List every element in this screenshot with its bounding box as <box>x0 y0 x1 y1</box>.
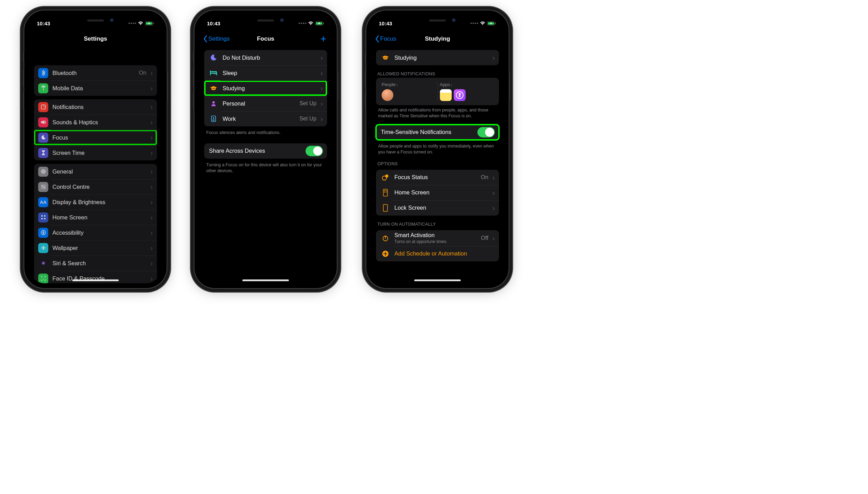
battery-icon <box>487 21 496 26</box>
svg-point-37 <box>459 93 461 95</box>
row-siri-search[interactable]: Siri & Search › <box>34 256 157 271</box>
accessibility-icon <box>38 228 48 238</box>
badge-icon <box>208 114 218 124</box>
row-wallpaper[interactable]: Wallpaper › <box>34 240 157 256</box>
page-title: Focus <box>257 35 274 42</box>
row-label: Personal <box>223 100 295 107</box>
chevron-right-icon: › <box>150 275 153 282</box>
row-focus[interactable]: Focus › <box>34 130 157 145</box>
allowed-apps[interactable]: Apps› <box>437 81 496 102</box>
chevron-right-icon: › <box>320 115 323 122</box>
chevron-right-icon: › <box>320 69 323 76</box>
back-button[interactable]: Settings <box>203 31 229 47</box>
row-studying-config[interactable]: Studying › <box>376 50 499 65</box>
row-sleep[interactable]: Sleep › <box>204 65 327 81</box>
graduation-cap-icon <box>380 53 390 63</box>
allowed-header: ALLOWED NOTIFICATIONS <box>377 72 498 76</box>
row-screen-time[interactable]: Screen Time › <box>34 145 157 160</box>
row-bluetooth[interactable]: Bluetooth On › <box>34 65 157 81</box>
svg-point-23 <box>42 278 43 278</box>
focus-status-icon <box>380 172 390 182</box>
nav-bar: Settings <box>29 31 162 47</box>
row-lock-screen-option[interactable]: Lock Screen › <box>376 200 499 216</box>
row-label: Time-Sensitive Notifications <box>381 129 473 135</box>
svg-point-30 <box>213 117 214 119</box>
svg-rect-13 <box>41 218 43 219</box>
nav-bar: Focus Studying <box>371 31 504 47</box>
add-button[interactable]: + <box>320 31 326 47</box>
graduation-cap-icon <box>208 83 218 93</box>
row-control-centre[interactable]: Control Centre › <box>34 179 157 194</box>
row-label: Siri & Search <box>52 260 146 267</box>
row-do-not-disturb[interactable]: Do Not Disturb › <box>204 50 327 65</box>
row-work[interactable]: Work Set Up › <box>204 111 327 126</box>
row-home-screen-option[interactable]: Home Screen › <box>376 185 499 200</box>
row-personal[interactable]: Personal Set Up › <box>204 96 327 111</box>
status-time: 10:43 <box>37 20 50 26</box>
chevron-right-icon: › <box>150 229 153 236</box>
svg-point-6 <box>43 171 44 172</box>
row-home-screen[interactable]: Home Screen › <box>34 210 157 225</box>
row-label: Focus <box>52 134 146 141</box>
svg-rect-34 <box>495 23 496 24</box>
home-indicator[interactable] <box>72 279 119 281</box>
svg-rect-45 <box>383 204 387 211</box>
time-sensitive-footer: Allow people and apps to notify you imme… <box>378 143 497 155</box>
battery-icon <box>145 21 154 26</box>
row-smart-activation[interactable]: Smart Activation Turns on at opportune t… <box>376 230 499 246</box>
auto-header: TURN ON AUTOMATICALLY <box>377 222 498 227</box>
notch <box>62 15 128 26</box>
row-mobile-data[interactable]: Mobile Data › <box>34 81 157 96</box>
svg-rect-40 <box>383 189 387 196</box>
row-detail: Off <box>481 235 488 241</box>
svg-rect-43 <box>384 192 385 193</box>
row-focus-status[interactable]: Focus Status On › <box>376 170 499 185</box>
row-accessibility[interactable]: Accessibility › <box>34 225 157 240</box>
back-label: Focus <box>380 35 396 42</box>
share-toggle[interactable] <box>306 146 323 156</box>
row-faceid-passcode[interactable]: Face ID & Passcode › <box>34 271 157 283</box>
textsize-icon: AA <box>38 197 48 207</box>
row-detail: Set Up <box>299 116 316 122</box>
row-studying[interactable]: Studying › <box>204 81 327 96</box>
home-indicator[interactable] <box>414 279 461 281</box>
row-share-across-devices[interactable]: Share Across Devices <box>204 143 327 159</box>
settings-group-notifications: Notifications › Sounds & Haptics › Focus… <box>34 99 157 160</box>
moon-icon <box>208 53 218 63</box>
chevron-right-icon: › <box>320 100 323 107</box>
svg-point-28 <box>212 101 215 104</box>
row-label: Lock Screen <box>394 204 488 211</box>
allowed-people[interactable]: People› <box>379 81 437 102</box>
svg-rect-41 <box>384 190 385 191</box>
bell-icon <box>38 102 48 112</box>
person-icon <box>208 99 218 109</box>
row-label: Studying <box>394 55 488 61</box>
svg-rect-42 <box>386 190 387 191</box>
row-label: Smart Activation <box>394 232 477 238</box>
home-indicator[interactable] <box>242 279 289 281</box>
row-add-schedule[interactable]: Add Schedule or Automation <box>376 246 499 261</box>
options-group: Focus Status On › Home Screen › Lock Scr… <box>376 170 499 216</box>
row-sounds-haptics[interactable]: Sounds & Haptics › <box>34 115 157 130</box>
podcasts-app-icon <box>454 89 466 101</box>
svg-point-24 <box>44 278 44 278</box>
cellular-icon <box>470 23 478 24</box>
nav-bar: Settings Focus + <box>199 31 332 47</box>
row-display-brightness[interactable]: AA Display & Brightness › <box>34 194 157 210</box>
plus-circle-icon <box>380 249 390 259</box>
row-general[interactable]: General › <box>34 164 157 179</box>
row-label: Mobile Data <box>52 85 146 92</box>
chevron-right-icon: › <box>150 199 153 206</box>
back-button[interactable]: Focus <box>375 31 396 47</box>
svg-rect-14 <box>44 218 45 219</box>
row-label: Do Not Disturb <box>223 55 316 61</box>
row-notifications[interactable]: Notifications › <box>34 99 157 115</box>
apps-label: Apps <box>440 82 450 87</box>
chevron-right-icon: › <box>150 119 153 126</box>
focus-modes-group: Do Not Disturb › Sleep › Studying › <box>204 50 327 126</box>
chevron-right-icon: › <box>492 54 495 61</box>
wifi-icon <box>480 21 485 25</box>
time-sensitive-toggle[interactable] <box>477 127 495 137</box>
row-time-sensitive[interactable]: Time-Sensitive Notifications <box>376 125 499 140</box>
settings-group-general: General › Control Centre › AA Display & … <box>34 164 157 283</box>
